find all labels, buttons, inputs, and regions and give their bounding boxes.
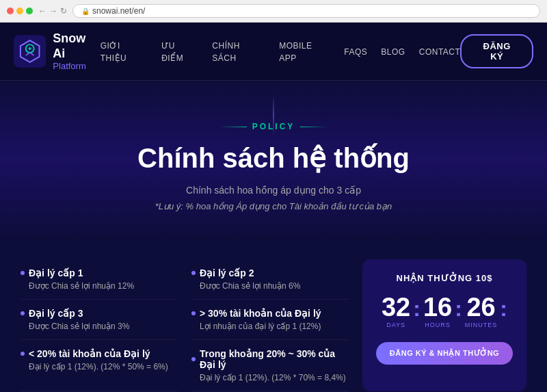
timer-minutes: 26 MINUTES [465,294,498,328]
colon-3: : [500,298,507,325]
countdown-timer: 32 DAYS : 16 HOURS : 26 MINUTES : [376,294,513,328]
nav-link-faqs[interactable]: FAQS [344,47,367,57]
bullet-icon-1 [21,271,25,275]
browser-chrome: ← → ↻ 🔒 snowai.net/en/ [0,0,547,23]
bullet-icon-5 [21,352,25,356]
policy-item-3-title: Đại lý cấp 3 [21,308,178,319]
back-icon[interactable]: ← [38,6,46,16]
bullet-icon-2 [191,271,196,275]
policy-item-6-title: Trong khoảng 20% ~ 30% của Đại lý [191,348,349,370]
nav-link-benefits[interactable]: ƯU ĐIỂM [161,41,183,63]
policy-item-5-title: < 20% tài khoản của Đại lý [21,348,178,359]
nav-item-faqs[interactable]: FAQS [344,45,367,57]
hours-value: 16 [423,294,452,320]
policy-columns: Đại lý cấp 1 Được Chia sẻ lợi nhuận 12% … [21,259,349,391]
maximize-button[interactable] [26,8,33,14]
policy-item-3-desc: Được Chia sẻ lợi nhuận 3% [21,322,178,331]
nav-link-blog[interactable]: BLOG [381,47,405,57]
nav-link-intro[interactable]: GIỚI THIỆU [101,41,127,63]
policy-item-1-desc: Được Chia sẻ lợi nhuận 12% [21,281,178,291]
navbar: Snow Ai Platform GIỚI THIỆU ƯU ĐIỂM CHÍN… [0,23,547,81]
browser-buttons [7,8,33,14]
policy-item-1-title: Đại lý cấp 1 [21,267,178,278]
timer-hours: 16 HOURS [423,294,452,328]
hero-section: POLICY Chính sách hệ thống Chính sách ho… [0,81,547,239]
colon-1: : [413,298,421,325]
nav-link-policy[interactable]: CHÍNH SÁCH [212,41,240,63]
policy-item-1: Đại lý cấp 1 Được Chia sẻ lợi nhuận 12% [21,259,178,300]
minimize-button[interactable] [16,8,23,14]
policy-item-2: Đại lý cấp 2 Được Chia sẻ lợi nhuận 6% [191,259,349,300]
logo-icon [14,35,46,68]
bullet-icon-6 [191,357,196,361]
policy-item-4-title: > 30% tài khoản của Đại lý [191,308,349,319]
policy-item-3: Đại lý cấp 3 Được Chia sẻ lợi nhuận 3% [21,300,178,340]
svg-point-3 [29,47,31,50]
nav-link-app[interactable]: MOBILE APP [279,41,312,63]
days-value: 32 [382,294,410,320]
days-label: DAYS [382,322,410,328]
close-button[interactable] [7,8,14,14]
policy-item-2-title: Đại lý cấp 2 [191,267,349,278]
url-text: snowai.net/en/ [92,6,145,16]
policy-item-2-desc: Được Chia sẻ lợi nhuận 6% [191,281,349,291]
nav-item-blog[interactable]: BLOG [381,45,405,57]
logo-text: Snow Ai Platform [53,31,100,71]
lock-icon: 🔒 [81,8,90,15]
policy-item-6-desc: Đại lý cấp 1 (12%). (12% * 70% = 8,4%) [191,373,349,382]
nav-item-benefits[interactable]: ƯU ĐIỂM [161,39,198,64]
forward-icon[interactable]: → [49,6,57,16]
logo-sub: Platform [53,61,100,71]
nav-links: GIỚI THIỆU ƯU ĐIỂM CHÍNH SÁCH MOBILE APP… [101,39,461,64]
nav-arrows: ← → ↻ [38,6,67,16]
nav-item-policy[interactable]: CHÍNH SÁCH [212,39,265,64]
reload-icon[interactable]: ↻ [60,6,67,16]
policy-item-5: < 20% tài khoản của Đại lý Đại lý cấp 1 … [21,340,178,391]
policy-item-5-desc: Đại lý cấp 1 (12%). (12% * 50% = 6%) [21,362,178,371]
hero-note: *Lưu ý: % hoa hồng Áp dụng cho Tài khoản… [14,201,533,211]
countdown-widget: NHẬN THƯỞNG 10$ 32 DAYS : 16 HOURS : 26 … [362,259,526,391]
hero-subtitle: Chính sách hoa hồng áp dụng cho 3 cấp [14,185,533,196]
hours-label: HOURS [423,322,452,328]
policy-item-4-desc: Lợi nhuận của đại lý cấp 1 (12%) [191,322,349,331]
minutes-label: MINUTES [465,322,498,328]
policy-label: POLICY [14,122,533,131]
bullet-icon-3 [21,311,25,315]
timer-days: 32 DAYS [382,294,410,328]
nav-item-contact[interactable]: CONTACT [419,45,461,57]
policy-item-6: Trong khoảng 20% ~ 30% của Đại lý Đại lý… [191,340,349,391]
countdown-title: NHẬN THƯỞNG 10$ [376,273,513,283]
address-bar[interactable]: 🔒 snowai.net/en/ [72,4,540,18]
colon-2: : [455,298,462,325]
nav-item-app[interactable]: MOBILE APP [279,39,330,64]
logo-name: Snow Ai [53,31,100,61]
nav-item-intro[interactable]: GIỚI THIỆU [101,39,148,64]
bullet-icon-4 [191,311,196,315]
register-reward-button[interactable]: ĐĂNG KÝ & NHẬN THƯỞNG [376,342,513,365]
minutes-value: 26 [465,294,498,320]
hero-title: Chính sách hệ thống [14,142,533,174]
content-section: Đại lý cấp 1 Được Chia sẻ lợi nhuận 12% … [0,239,547,392]
register-button[interactable]: ĐĂNG KÝ [460,34,533,68]
policy-item-4: > 30% tài khoản của Đại lý Lợi nhuận của… [191,300,349,340]
nav-link-contact[interactable]: CONTACT [419,47,461,57]
logo-area[interactable]: Snow Ai Platform [14,31,101,71]
